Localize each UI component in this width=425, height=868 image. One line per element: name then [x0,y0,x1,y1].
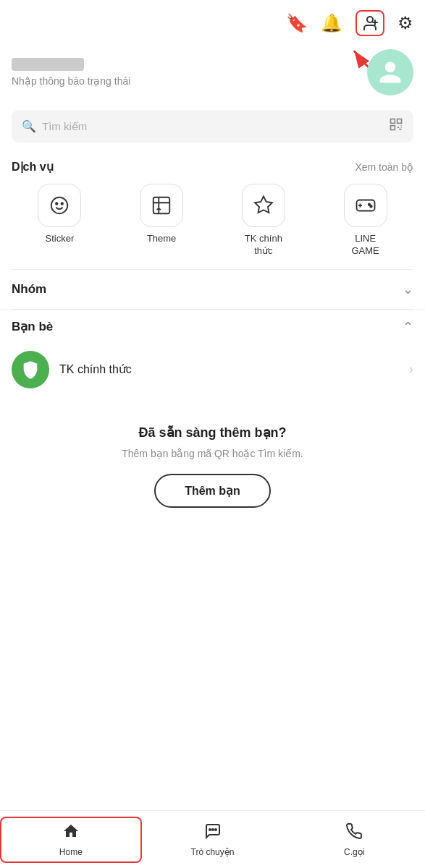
avatar-icon [377,59,403,85]
nav-label-call: C.gọi [344,847,364,857]
nav-item-call[interactable]: C.gọi [283,817,425,863]
search-bar[interactable]: 🔍 Tìm kiếm [12,110,413,142]
service-item-official-account[interactable]: TK chínhthức [216,184,312,258]
svg-point-20 [368,204,370,206]
svg-point-23 [212,829,214,830]
official-account-label: TK chínhthức [245,233,282,258]
svg-point-13 [51,197,68,214]
profile-status: Nhập thông báo trạng thái [12,75,360,87]
friend-avatar-official [12,351,49,388]
groups-title: Nhóm [12,282,46,297]
sticker-icon-box [38,184,81,227]
add-user-button[interactable] [355,10,384,36]
services-grid: Sticker Theme TK chínhthức [0,181,425,269]
friends-expand-icon: ⌃ [403,319,413,335]
search-placeholder: Tìm kiếm [42,120,383,133]
svg-rect-6 [391,126,395,130]
svg-point-24 [215,829,216,830]
qr-scan-icon[interactable] [389,117,403,135]
bell-icon[interactable]: 🔔 [321,13,342,33]
shield-check-icon [20,359,41,380]
groups-collapse-icon: ⌄ [403,281,413,297]
svg-rect-5 [397,119,402,124]
line-game-icon-box [344,184,387,227]
avatar[interactable] [367,49,413,95]
service-item-line-game[interactable]: LINEGAME [317,184,413,258]
official-account-icon-box [242,184,285,227]
services-title: Dịch vụ [12,160,54,174]
profile-info: Nhập thông báo trạng thái [12,58,360,87]
chevron-right-icon: › [409,362,413,377]
theme-label: Theme [147,233,176,245]
service-item-theme[interactable]: Theme [114,184,210,258]
svg-point-21 [370,205,372,208]
service-item-sticker[interactable]: Sticker [12,184,108,258]
nav-label-home: Home [59,847,83,857]
add-friend-title: Đã sẵn sàng thêm bạn? [138,425,286,441]
profile-name-blurred [12,58,84,71]
search-icon: 🔍 [22,119,36,133]
nav-label-chat: Trò chuyện [191,847,235,857]
svg-point-0 [367,17,373,22]
add-friend-button[interactable]: Thêm bạn [154,474,271,508]
chat-icon [204,822,222,844]
svg-point-15 [62,203,64,205]
add-friend-subtitle: Thêm bạn bằng mã QR hoặc Tìm kiếm. [122,448,303,459]
theme-icon-box [140,184,183,227]
header: 🔖 🔔 ⚙ [0,0,425,42]
profile-section: Nhập thông báo trạng thái [0,42,425,107]
sticker-label: Sticker [46,233,75,245]
friends-section-header[interactable]: Bạn bè ⌃ [0,310,425,344]
friend-item-official[interactable]: TK chính thức › [0,344,425,396]
svg-rect-4 [391,119,395,124]
add-friend-cta: Đã sẵn sàng thêm bạn? Thêm bạn bằng mã Q… [0,396,425,522]
see-all-link[interactable]: Xem toàn bộ [355,161,413,173]
friends-title: Bạn bè [12,319,53,334]
phone-icon [345,822,363,844]
friend-name-official: TK chính thức [59,362,399,376]
services-section-header: Dịch vụ Xem toàn bộ [0,154,425,181]
bookmark-icon[interactable]: 🔖 [286,13,308,33]
home-icon [62,822,80,844]
nav-item-chat[interactable]: Trò chuyện [142,817,284,863]
groups-section[interactable]: Nhóm ⌄ [0,270,425,309]
line-game-label: LINEGAME [351,233,379,258]
nav-item-home[interactable]: Home [0,817,142,863]
gear-icon[interactable]: ⚙ [397,13,413,33]
svg-point-22 [209,829,211,830]
svg-point-14 [56,203,58,205]
bottom-nav: Home Trò chuyện C.gọi [0,810,425,868]
